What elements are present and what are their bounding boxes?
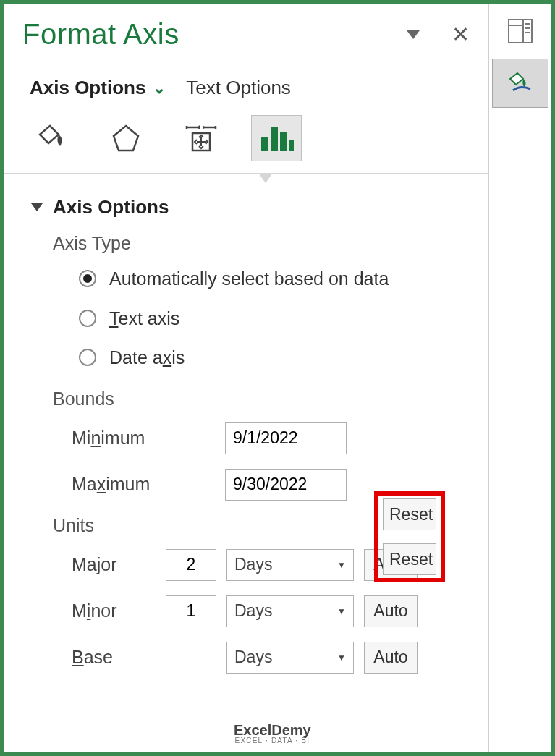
units-major-unit-select[interactable]: Days ▼ xyxy=(226,549,354,581)
svg-rect-16 xyxy=(280,132,287,151)
bounds-label: Bounds xyxy=(22,388,470,409)
svg-rect-17 xyxy=(289,140,294,151)
units-base-label: Base xyxy=(72,647,166,668)
panel-menu-dropdown-icon[interactable] xyxy=(407,30,420,39)
units-minor-auto-button[interactable]: Auto xyxy=(364,595,418,627)
radio-text-label: Text axis xyxy=(109,307,179,331)
effects-icon[interactable] xyxy=(101,115,151,161)
svg-rect-2 xyxy=(523,20,532,43)
units-major-input[interactable] xyxy=(166,549,216,581)
svg-rect-0 xyxy=(509,20,532,43)
bounds-maximum-input[interactable] xyxy=(225,469,347,501)
units-base-auto-button[interactable]: Auto xyxy=(364,642,418,674)
svg-marker-6 xyxy=(114,126,138,150)
size-properties-icon[interactable] xyxy=(176,115,226,161)
tab-axis-options-label: Axis Options xyxy=(30,77,145,99)
chevron-down-icon xyxy=(31,203,43,211)
section-divider xyxy=(4,173,488,174)
bounds-minimum-row: Minimum xyxy=(22,422,470,454)
tab-text-options[interactable]: Text Options xyxy=(186,77,291,99)
properties-pane-icon[interactable] xyxy=(492,7,548,56)
units-minor-row: Minor Days ▼ Auto xyxy=(22,595,470,627)
section-header-axis-options[interactable]: Axis Options xyxy=(22,192,470,233)
radio-auto-label: Automatically select based on data xyxy=(109,267,389,291)
units-minor-unit-select[interactable]: Days ▼ xyxy=(226,595,354,627)
watermark-line2: EXCEL · DATA · BI xyxy=(235,737,310,744)
svg-rect-1 xyxy=(509,20,523,25)
category-icon-row xyxy=(22,115,470,173)
panel-header: Format Axis ✕ xyxy=(22,18,470,51)
units-minor-unit-value: Days xyxy=(234,601,272,621)
radio-date-label: Date axis xyxy=(109,346,185,370)
radio-date-axis[interactable]: Date axis xyxy=(79,346,470,370)
watermark-line1: ExcelDemy xyxy=(234,723,311,737)
fill-and-line-icon[interactable] xyxy=(25,115,76,161)
dropdown-arrow-icon: ▼ xyxy=(337,606,346,616)
units-base-unit-value: Days xyxy=(234,647,272,667)
units-minor-label: Minor xyxy=(72,600,166,621)
svg-rect-14 xyxy=(261,137,268,151)
panel-tabs: Axis Options ⌄ Text Options xyxy=(22,77,470,99)
radio-icon xyxy=(79,270,96,287)
axis-type-radio-group: Automatically select based on data Text … xyxy=(22,267,470,370)
format-pane-icon[interactable] xyxy=(492,59,548,108)
chevron-down-icon: ⌄ xyxy=(153,79,166,98)
units-major-unit-value: Days xyxy=(234,555,272,574)
bounds-minimum-input[interactable] xyxy=(225,422,347,454)
tab-axis-options[interactable]: Axis Options ⌄ xyxy=(30,77,166,99)
reset-maximum-button[interactable]: Reset xyxy=(383,543,436,575)
radio-icon xyxy=(79,310,96,327)
radio-text-axis[interactable]: Text axis xyxy=(79,307,470,331)
panel-title: Format Axis xyxy=(22,18,179,51)
format-axis-panel: Format Axis ✕ Axis Options ⌄ Text Option… xyxy=(4,4,488,752)
units-minor-input[interactable] xyxy=(166,595,216,627)
bounds-maximum-label: Maximum xyxy=(72,474,225,495)
svg-rect-15 xyxy=(271,127,278,151)
units-major-label: Major xyxy=(72,554,166,575)
watermark: ExcelDemy EXCEL · DATA · BI xyxy=(234,723,311,744)
bounds-minimum-label: Minimum xyxy=(72,428,225,449)
axis-type-label: Axis Type xyxy=(22,233,470,254)
dropdown-arrow-icon: ▼ xyxy=(337,560,346,570)
axis-options-icon[interactable] xyxy=(251,115,302,161)
units-base-row: Base Days ▼ Auto xyxy=(22,642,470,674)
reset-minimum-button[interactable]: Reset xyxy=(383,498,436,530)
units-base-unit-select[interactable]: Days ▼ xyxy=(226,642,354,674)
dropdown-arrow-icon: ▼ xyxy=(337,653,346,663)
close-icon[interactable]: ✕ xyxy=(452,22,470,47)
radio-icon xyxy=(79,349,96,366)
radio-auto-select[interactable]: Automatically select based on data xyxy=(79,267,470,291)
reset-buttons-highlight: Reset Reset xyxy=(374,491,445,582)
section-header-label: Axis Options xyxy=(53,196,169,218)
ribbon-side-strip xyxy=(488,4,551,752)
